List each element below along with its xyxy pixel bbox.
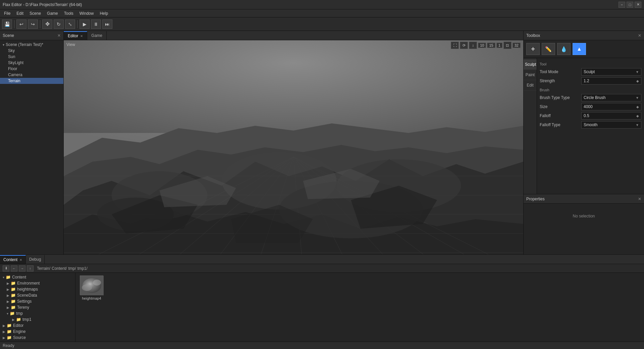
tool-mode-value[interactable]: Sculpt ▼: [581, 68, 641, 76]
brush-size-value[interactable]: 4000 ◆: [581, 103, 641, 110]
tree-editor[interactable]: ▶ 📁 Editor: [0, 322, 75, 329]
menu-help[interactable]: Help: [97, 10, 111, 16]
tree-item-camera[interactable]: Camera: [0, 72, 63, 78]
engine-label: Engine: [13, 329, 25, 334]
tree-environment[interactable]: ▶ 📁 Environment: [0, 280, 75, 286]
tree-source[interactable]: ▶ 📁 Source: [0, 335, 75, 341]
main-toolbar: 💾 ↩ ↪ ✥ ↻ ⤡ ▶ ⏸ ⏭: [0, 17, 644, 31]
viewport[interactable]: View ⛶ ⟳ ↕ 10 15 1 ⊡ 32: [64, 40, 523, 254]
brush-falloff-value[interactable]: 0.5 ◆: [581, 112, 641, 119]
minimize-button[interactable]: −: [619, 2, 625, 8]
content-tab-close[interactable]: ✕: [19, 258, 22, 262]
tree-engine[interactable]: ▶ 📁 Engine: [0, 329, 75, 335]
tree-content-root[interactable]: ▾ 📁 Content: [0, 274, 75, 280]
tree-settings[interactable]: ▶ 📁 Settings: [0, 298, 75, 304]
breadcrumb-back-btn[interactable]: ←: [11, 265, 17, 271]
viewport-num-3: 1: [496, 43, 502, 48]
menu-scene[interactable]: Scene: [27, 10, 44, 16]
sidetab-paint[interactable]: Paint: [524, 70, 537, 80]
breadcrumb-path-tmp1[interactable]: tmp1/: [77, 266, 88, 271]
brush-type-value[interactable]: Circle Brush ▼: [581, 94, 641, 101]
pause-button[interactable]: ⏸: [91, 19, 101, 29]
toolbox-header: Toolbox ✕: [524, 31, 644, 40]
play-button[interactable]: ▶: [79, 19, 90, 29]
heightmaps-folder-icon: 📁: [11, 287, 16, 292]
tab-editor-label: Editor: [68, 34, 78, 38]
tree-tmp1[interactable]: ▶ 📁 tmp1: [0, 316, 75, 322]
toolbox-close-icon[interactable]: ✕: [638, 33, 641, 38]
redo-button[interactable]: ↪: [28, 19, 38, 29]
content-tab-bar: Content ✕ Debug: [0, 255, 644, 264]
breadcrumb-up-btn[interactable]: ↑: [27, 265, 34, 271]
tree-item-sky[interactable]: Sky: [0, 48, 63, 54]
transform-button[interactable]: ✥: [42, 19, 52, 29]
properties-close-icon[interactable]: ✕: [638, 197, 641, 201]
step-button[interactable]: ⏭: [102, 19, 112, 29]
content-panel: Content ✕ Debug ⬇ ← → ↑ Terrain/ Content…: [0, 255, 644, 342]
toolbox-content: Sculpt Paint Edit Tool Tool Mode Sculpt …: [524, 58, 644, 194]
content-tab[interactable]: Content ✕: [0, 255, 26, 264]
tree-item-floor[interactable]: Floor: [0, 66, 63, 72]
debug-tab[interactable]: Debug: [26, 255, 45, 264]
strength-value[interactable]: 1.2 ◆: [581, 77, 641, 85]
tree-item-sun[interactable]: Sun: [0, 54, 63, 60]
add-tool-button[interactable]: +: [526, 43, 540, 55]
terrain-label: Terrain: [8, 79, 20, 83]
tree-tereny[interactable]: ▶ 📁 Tereny: [0, 304, 75, 310]
tree-item-skylight[interactable]: SkyLight: [0, 60, 63, 66]
scale-button[interactable]: ⤡: [65, 19, 75, 29]
breadcrumb-forward-btn[interactable]: →: [19, 265, 25, 271]
source-folder-icon: 📁: [7, 335, 12, 340]
breadcrumb-path-content[interactable]: Content/: [52, 266, 67, 271]
tree-scenedata[interactable]: ▶ 📁 SceneData: [0, 292, 75, 298]
svg-point-34: [82, 284, 92, 291]
viewport-wireframe-btn[interactable]: ⟳: [460, 42, 468, 49]
water-tool-button[interactable]: 💧: [557, 43, 571, 55]
toolbox-main-content: Tool Tool Mode Sculpt ▼ Strength 1.2 ◆: [537, 58, 644, 194]
settings-folder-icon: 📁: [11, 299, 16, 304]
maximize-button[interactable]: □: [627, 2, 633, 8]
terrain-viewport: [64, 40, 523, 254]
paint-tool-button[interactable]: ✏️: [542, 43, 555, 55]
sidetab-edit[interactable]: Edit: [524, 80, 537, 91]
viewport-settings-btn[interactable]: ⊡: [503, 42, 512, 49]
menu-edit[interactable]: Edit: [14, 10, 26, 16]
title-bar: Flax Editor - D:\Flax Projects\Terrain' …: [0, 0, 644, 9]
breadcrumb-path-terrain[interactable]: Terrain/: [37, 266, 50, 271]
tmp1-arrow: ▶: [12, 318, 15, 321]
breadcrumb-path-tmp[interactable]: tmp/: [68, 266, 76, 271]
toolbox-tool-buttons: + ✏️ 💧 ▲: [524, 40, 644, 58]
tree-item-terrain[interactable]: Terrain: [0, 78, 63, 84]
rotate-button[interactable]: ↻: [54, 19, 64, 29]
file-heightmap4[interactable]: heightmap4: [78, 276, 105, 300]
strength-row: Strength 1.2 ◆: [540, 77, 641, 85]
settings-arrow: ▶: [7, 300, 9, 303]
viewport-grid-btn[interactable]: ↕: [469, 42, 477, 49]
viewport-perspective-btn[interactable]: ⛶: [451, 42, 459, 49]
strength-spinner-arrow: ◆: [636, 79, 639, 83]
toolbox-title: Toolbox: [526, 33, 540, 38]
scene-root-item[interactable]: ▾ Scene (Terrain Test)*: [0, 42, 63, 48]
breadcrumb-download-btn[interactable]: ⬇: [3, 265, 9, 271]
tab-game[interactable]: Game: [87, 31, 107, 40]
undo-button[interactable]: ↩: [16, 19, 26, 29]
menu-tools[interactable]: Tools: [61, 10, 76, 16]
sidetab-sculpt[interactable]: Sculpt: [524, 59, 537, 70]
menu-window[interactable]: Window: [77, 10, 97, 16]
tab-editor-close[interactable]: ✕: [80, 34, 83, 38]
heightmap4-label: heightmap4: [82, 296, 101, 300]
center-area: Editor ✕ Game View ⛶ ⟳ ↕ 10 15 1 ⊡ 32: [64, 31, 523, 254]
terrain-sculpt-button[interactable]: ▲: [573, 43, 586, 55]
sun-label: Sun: [8, 54, 15, 59]
brush-falloff-type-value[interactable]: Smooth ▼: [581, 121, 641, 129]
brush-size-value-text: 4000: [584, 104, 593, 109]
close-button[interactable]: ✕: [635, 2, 641, 8]
scene-close-icon[interactable]: ✕: [57, 33, 61, 38]
menu-file[interactable]: File: [1, 10, 13, 16]
tereny-arrow: ▶: [7, 306, 9, 309]
tree-tmp[interactable]: ▾ 📁 tmp: [0, 310, 75, 316]
save-button[interactable]: 💾: [2, 19, 12, 29]
menu-game[interactable]: Game: [44, 10, 61, 16]
tree-heightmaps[interactable]: ▶ 📁 heightmaps: [0, 286, 75, 292]
tab-editor[interactable]: Editor ✕: [64, 31, 87, 40]
